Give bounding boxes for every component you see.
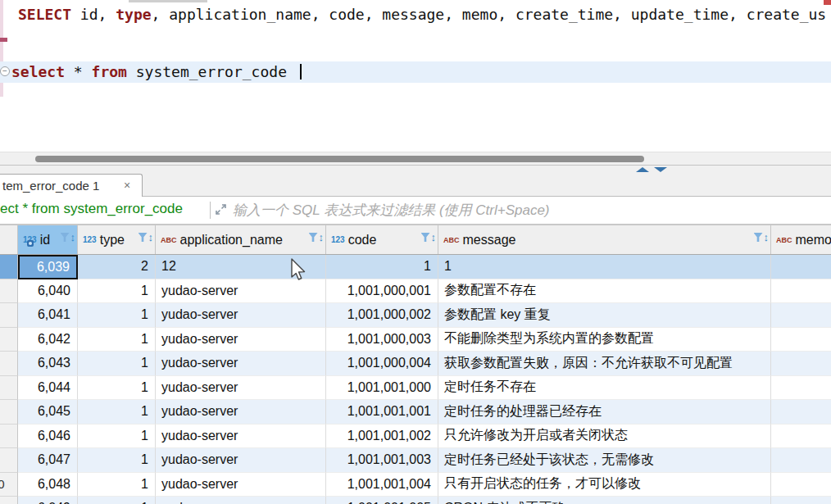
table-row[interactable]: 86,0461yudao-server1,001,001,002只允许修改为开启… [0,425,831,449]
column-header-application_name[interactable]: ABCapplication_name↕ [156,225,326,254]
row-number-cell[interactable]: 7 [0,400,18,425]
filter-funnel-icon[interactable] [138,233,148,242]
sort-arrows-icon[interactable]: ↕ [431,232,437,243]
cell-memo[interactable] [771,473,831,497]
table-row[interactable]: 56,0431yudao-server1,001,000,004获取参数配置失败… [0,352,831,376]
row-number-cell[interactable]: 4 [0,328,18,352]
cell-code[interactable]: 1,001,001,005 [326,497,438,504]
cell-application_name[interactable]: yudao-server [156,448,326,473]
cell-application_name[interactable]: yudao-server [156,352,326,376]
cell-code[interactable]: 1,001,001,002 [326,425,438,449]
editor-hscrollbar-track[interactable] [0,152,831,165]
cell-id[interactable]: 6,049 [18,497,78,504]
cell-id[interactable]: 6,045 [18,400,78,425]
filter-query-text[interactable]: ect * from system_error_code [0,201,183,217]
filter-funnel-icon[interactable] [754,233,763,242]
cell-message[interactable]: 定时任务已经处于该状态，无需修改 [438,448,771,473]
table-row[interactable]: 76,0451yudao-server1,001,001,001定时任务的处理器… [0,400,831,425]
row-number-header[interactable] [0,225,18,254]
cell-application_name[interactable]: yudao-server [156,303,326,328]
sort-arrows-icon[interactable]: ↕ [319,232,325,243]
row-number-cell[interactable]: 1 [0,255,18,279]
column-header-type[interactable]: 123type↕ [78,225,156,254]
table-row[interactable]: 106,0481yudao-server1,001,001,004只有开启状态的… [0,473,831,497]
cell-message[interactable]: 定时任务的处理器已经存在 [438,400,771,425]
cell-message[interactable]: 参数配置不存在 [438,279,771,304]
editor-hscrollbar-thumb[interactable] [35,156,644,162]
filter-funnel-icon[interactable] [309,233,318,242]
column-header-code[interactable]: 123code↕ [326,225,438,254]
cell-code[interactable]: 1,001,001,004 [326,473,438,497]
cell-id[interactable]: 6,042 [18,328,78,352]
cell-code[interactable]: 1,001,001,003 [326,448,438,473]
cell-code[interactable]: 1,001,000,003 [326,328,438,352]
filter-funnel-icon[interactable] [61,233,70,242]
cell-id[interactable]: 6,041 [18,303,78,328]
column-header-message[interactable]: ABCmessage↕ [438,225,771,254]
cell-application_name[interactable]: yudao-server [156,400,326,425]
cell-code[interactable]: 1,001,000,004 [326,352,438,376]
panel-sash[interactable] [0,165,831,173]
cell-memo[interactable] [771,328,831,352]
row-number-cell[interactable]: 9 [0,448,18,473]
sort-arrows-icon[interactable]: ↕ [764,232,770,243]
column-filter-control[interactable]: ↕ [754,232,770,243]
table-row[interactable]: 26,0401yudao-server1,001,000,001参数配置不存在 [0,279,831,304]
cell-memo[interactable] [771,352,831,376]
cell-application_name[interactable]: yudao-server [156,497,326,504]
maximize-results-arrow-icon[interactable] [654,167,667,172]
filter-funnel-icon[interactable] [421,233,430,242]
cell-type[interactable]: 1 [78,303,156,328]
cell-id[interactable]: 6,039 [18,255,78,279]
cell-type[interactable]: 1 [78,473,156,497]
table-row[interactable]: 36,0411yudao-server1,001,000,002参数配置 key… [0,303,831,328]
row-number-cell[interactable]: 8 [0,425,18,449]
cell-id[interactable]: 6,048 [18,473,78,497]
cell-code[interactable]: 1,001,000,002 [326,303,438,328]
column-filter-control[interactable]: ↕ [309,232,325,243]
cell-message[interactable]: 不能删除类型为系统内置的参数配置 [438,328,771,352]
cell-id[interactable]: 6,044 [18,376,78,401]
cell-code[interactable]: 1,001,001,000 [326,376,438,401]
cell-type[interactable]: 1 [78,425,156,449]
cell-application_name[interactable]: yudao-server [156,328,326,352]
cell-id[interactable]: 6,046 [18,425,78,449]
cell-type[interactable]: 1 [78,352,156,376]
column-filter-control[interactable]: ↕ [421,232,437,243]
cell-memo[interactable] [771,448,831,473]
cell-message[interactable]: 1 [438,255,771,279]
cell-type[interactable]: 1 [78,497,156,504]
table-row[interactable]: 16,03921211 [0,255,831,279]
code-fold-icon[interactable]: − [0,66,10,76]
cell-application_name[interactable]: yudao-server [156,425,326,449]
cell-memo[interactable] [771,425,831,449]
row-number-cell[interactable]: 3 [0,303,18,328]
column-header-id[interactable]: 123id↕ [18,225,78,254]
cell-id[interactable]: 6,040 [18,279,78,304]
cell-message[interactable]: 获取参数配置失败，原因：不允许获取不可见配置 [438,352,771,376]
row-number-cell[interactable]: 10 [0,473,18,497]
column-header-memo[interactable]: ABCmemo [771,225,831,254]
cell-memo[interactable] [771,255,831,279]
sort-arrows-icon[interactable]: ↕ [70,232,76,243]
cell-memo[interactable] [771,400,831,425]
column-filter-control[interactable]: ↕ [61,232,76,243]
cell-message[interactable]: CRON 表达式不正确 [438,497,771,504]
cell-message[interactable]: 参数配置 key 重复 [438,303,771,328]
cell-type[interactable]: 2 [78,255,156,279]
sort-arrows-icon[interactable]: ↕ [148,232,154,243]
cell-code[interactable]: 1,001,001,001 [326,400,438,425]
row-number-cell[interactable]: 11 [0,497,18,504]
table-row[interactable]: 66,0441yudao-server1,001,001,000定时任务不存在 [0,376,831,401]
row-number-cell[interactable]: 5 [0,352,18,376]
cell-memo[interactable] [771,279,831,304]
sql-editor[interactable]: − SELECT id, type, application_name, cod… [0,0,831,152]
row-number-cell[interactable]: 6 [0,376,18,401]
cell-id[interactable]: 6,047 [18,448,78,473]
cell-memo[interactable] [771,497,831,504]
row-number-cell[interactable]: 2 [0,279,18,304]
cell-type[interactable]: 1 [78,328,156,352]
cell-message[interactable]: 只有开启状态的任务，才可以修改 [438,473,771,497]
cell-memo[interactable] [771,303,831,328]
table-row[interactable]: 96,0471yudao-server1,001,001,003定时任务已经处于… [0,448,831,473]
